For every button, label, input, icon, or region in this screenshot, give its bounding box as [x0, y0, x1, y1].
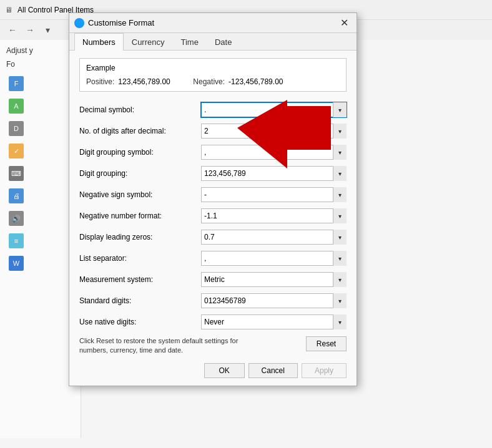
dialog-titlebar: 🌐 Customise Format ✕ [69, 13, 357, 33]
digit-grouping-control: 123,456,789 1,23,45,678,9 ▾ [201, 166, 347, 181]
display-leading-zeros-select[interactable]: 0.7 .7 [201, 230, 347, 245]
label-use-native-digits: Use native digits: [79, 318, 201, 326]
bg-forward-btn[interactable]: → [22, 22, 37, 37]
tab-currency[interactable]: Currency [124, 33, 173, 51]
measurement-system-select[interactable]: Metric U.S. [201, 272, 347, 287]
negative-value: -123,456,789.00 [229, 77, 291, 86]
tab-numbers[interactable]: Numbers [74, 33, 124, 51]
icon-ta: ≡ [9, 233, 24, 248]
tab-date[interactable]: Date [207, 33, 240, 51]
bg-back-btn[interactable]: ← [5, 22, 20, 37]
example-positive: Positive: 123,456,789.00 [86, 77, 180, 86]
form-row-list-separator: List separator: , ; ▾ [79, 250, 347, 266]
digit-grouping-select[interactable]: 123,456,789 1,23,45,678,9 [201, 166, 347, 181]
dialog-title: Customise Format [88, 18, 337, 27]
digits-after-decimal-select[interactable]: 2 0 1 3 [201, 124, 347, 139]
apply-button[interactable]: Apply [302, 363, 347, 378]
footer-row: Click Reset to restore the system defaul… [79, 336, 347, 363]
label-standard-digits: Standard digits: [79, 296, 201, 305]
dialog-close-button[interactable]: ✕ [337, 16, 352, 31]
list-item: W [6, 252, 74, 275]
list-separator-control: , ; ▾ [201, 251, 347, 266]
cancel-button[interactable]: Cancel [248, 363, 298, 378]
label-negative-sign: Negative sign symbol: [79, 190, 201, 199]
label-digit-grouping-symbol: Digit grouping symbol: [79, 148, 201, 157]
label-negative-number-format: Negative number format: [79, 212, 201, 220]
form-text: Fo [6, 60, 74, 69]
icon-fi: ✓ [9, 144, 24, 158]
standard-digits-control: 0123456789 ▾ [201, 293, 347, 308]
positive-value: 123,456,789.00 [118, 77, 180, 86]
negative-label: Negative: [193, 77, 225, 86]
form-row-digits-after-decimal: No. of digits after decimal: 2 0 1 3 ▾ [79, 123, 347, 139]
icon-ke: ⌨ [9, 166, 24, 181]
form-row-display-leading-zeros: Display leading zeros: 0.7 .7 ▾ [79, 229, 347, 245]
example-row: Positive: 123,456,789.00 Negative: -123,… [86, 77, 340, 86]
icon-fo: F [9, 76, 24, 91]
negative-number-format-select[interactable]: -1.1 (1.1) [201, 208, 347, 223]
bg-dropdown-btn[interactable]: ▾ [40, 22, 55, 37]
label-digit-grouping: Digit grouping: [79, 169, 201, 178]
dialog-body: Example Positive: 123,456,789.00 Negativ… [69, 51, 357, 386]
icon-pr: 🖨 [9, 188, 24, 203]
negative-number-format-control: -1.1 (1.1) ▾ [201, 208, 347, 223]
label-list-separator: List separator: [79, 254, 201, 263]
form-row-digit-grouping-symbol: Digit grouping symbol: , . ▾ [79, 144, 347, 160]
form-row-decimal-symbol: Decimal symbol: . , ▾ [79, 102, 347, 118]
dialog-footer: Click Reset to restore the system defaul… [79, 336, 347, 378]
list-item: ≡ [6, 230, 74, 252]
form-row-standard-digits: Standard digits: 0123456789 ▾ [79, 293, 347, 309]
positive-label: Positive: [86, 77, 114, 86]
list-item: ✓ [6, 140, 74, 162]
list-separator-select[interactable]: , ; [201, 251, 347, 266]
decimal-symbol-select[interactable]: . , [201, 102, 347, 117]
list-item: A [6, 95, 74, 117]
icon-d: D [9, 121, 24, 136]
customise-format-dialog: 🌐 Customise Format ✕ Numbers Currency Ti… [69, 12, 357, 386]
example-title: Example [86, 64, 340, 72]
icon-sc: 🔊 [9, 211, 24, 226]
list-item: 🖨 [6, 185, 74, 207]
use-native-digits-control: Never Always ▾ [201, 314, 347, 329]
digits-after-decimal-control: 2 0 1 3 ▾ [201, 124, 347, 139]
icon-w: W [9, 256, 24, 271]
label-measurement-system: Measurement system: [79, 275, 201, 284]
footer-note: Click Reset to restore the system defaul… [79, 336, 267, 356]
display-leading-zeros-control: 0.7 .7 ▾ [201, 230, 347, 245]
decimal-symbol-control: . , ▾ [201, 102, 347, 117]
list-item: D [6, 117, 74, 140]
list-item: ⌨ [6, 162, 74, 185]
form-row-negative-number-format: Negative number format: -1.1 (1.1) ▾ [79, 208, 347, 224]
form-row-negative-sign: Negative sign symbol: - ▾ [79, 187, 347, 203]
form-row-use-native-digits: Use native digits: Never Always ▾ [79, 314, 347, 330]
ok-button[interactable]: OK [204, 363, 245, 378]
digit-grouping-symbol-control: , . ▾ [201, 145, 347, 160]
form-row-measurement-system: Measurement system: Metric U.S. ▾ [79, 271, 347, 288]
dialog-icon: 🌐 [74, 18, 84, 28]
example-section: Example Positive: 123,456,789.00 Negativ… [79, 58, 347, 92]
reset-button[interactable]: Reset [306, 336, 347, 351]
label-display-leading-zeros: Display leading zeros: [79, 233, 201, 241]
list-item: 🔊 [6, 207, 74, 230]
example-negative: Negative: -123,456,789.00 [193, 77, 291, 86]
negative-sign-select[interactable]: - [201, 187, 347, 202]
icon-a: A [9, 99, 24, 114]
use-native-digits-select[interactable]: Never Always [201, 314, 347, 329]
form-row-digit-grouping: Digit grouping: 123,456,789 1,23,45,678,… [79, 165, 347, 182]
label-digits-after-decimal: No. of digits after decimal: [79, 127, 201, 135]
tab-time[interactable]: Time [173, 33, 207, 51]
standard-digits-select[interactable]: 0123456789 [201, 293, 347, 308]
list-item: F [6, 72, 74, 95]
dialog-action-buttons: OK Cancel Apply [79, 363, 347, 378]
digit-grouping-symbol-select[interactable]: , . [201, 145, 347, 160]
dialog-tabs: Numbers Currency Time Date [69, 33, 357, 51]
measurement-system-control: Metric U.S. ▾ [201, 272, 347, 287]
negative-sign-control: - ▾ [201, 187, 347, 202]
label-decimal-symbol: Decimal symbol: [79, 105, 201, 114]
adjust-text: Adjust y [6, 46, 74, 55]
